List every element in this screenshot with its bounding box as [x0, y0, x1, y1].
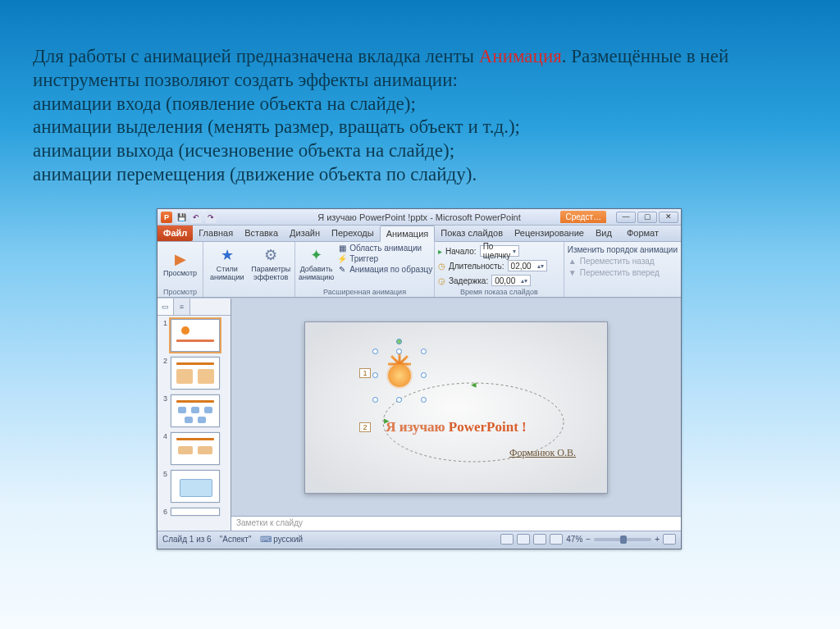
delay-icon: ◶	[438, 276, 445, 285]
qat-redo-icon[interactable]: ↷	[205, 212, 217, 223]
thumb-num: 3	[159, 394, 167, 403]
zoom-in-button[interactable]: +	[655, 535, 660, 544]
tab-view[interactable]: Вид	[590, 226, 618, 241]
intro-line1a: Для работы с анимацией предназначена вкл…	[33, 46, 479, 66]
add-animation-button[interactable]: ✦ Добавитьанимацию	[299, 244, 334, 285]
slide-canvas[interactable]: 1 2 ▸ ◂	[231, 299, 681, 516]
lang-icon: ⌨	[260, 535, 272, 544]
painter-label: Анимация по образцу	[349, 265, 432, 274]
group-preview: Просмотр	[161, 287, 199, 296]
group-reorder	[568, 287, 678, 296]
slide-author: Форманюк О.В.	[509, 447, 576, 459]
tab-review[interactable]: Рецензирование	[509, 226, 590, 241]
thumbnail-3[interactable]	[171, 394, 220, 427]
group-advanced: Расширенная анимация	[299, 287, 431, 296]
move-back-label: Переместить назад	[580, 257, 655, 266]
qat-undo-icon[interactable]: ↶	[190, 212, 202, 223]
painter-icon: ✎	[337, 265, 347, 274]
spinner-icon[interactable]: ▴▾	[537, 262, 544, 270]
thumbnail-4[interactable]	[171, 432, 220, 465]
intro-line4: анимации выхода (исчезновение объекта на…	[33, 140, 454, 161]
view-sorter-button[interactable]	[517, 534, 530, 545]
slides-tab-icon[interactable]: ▭	[158, 299, 174, 315]
tab-home[interactable]: Главная	[193, 226, 239, 241]
tab-file[interactable]: Файл	[158, 226, 193, 241]
zoom-out-button[interactable]: −	[586, 535, 591, 544]
star-icon: ★	[218, 246, 236, 264]
duration-field[interactable]: ◷ Длительность: 02,00▴▾	[438, 260, 547, 271]
start-value: По щелчку	[483, 242, 513, 260]
params-label: Параметрыэффектов	[251, 266, 290, 282]
app-logo-icon: P	[161, 212, 172, 223]
thumb-num: 4	[159, 432, 167, 440]
motion-end-icon: ◂	[471, 378, 477, 390]
tab-slideshow[interactable]: Показ слайдов	[435, 226, 509, 241]
status-lang: ⌨ русский	[260, 535, 304, 544]
outline-tab-icon[interactable]: ≡	[174, 299, 190, 315]
group-animation	[207, 287, 291, 296]
animation-styles-button[interactable]: ★ Стилианимации	[207, 244, 248, 285]
move-fwd-label: Переместить вперед	[580, 268, 660, 277]
status-lang-label: русский	[273, 535, 303, 544]
status-slide: Слайд 1 из 6	[162, 535, 212, 544]
move-back-button[interactable]: ▲Переместить назад	[568, 257, 678, 266]
intro-line2: анимации входа (появление объекта на сла…	[33, 93, 416, 114]
start-field[interactable]: ▸ Начало: По щелчку▾	[438, 245, 547, 257]
thumbnail-1[interactable]	[171, 319, 220, 352]
star-plus-icon: ✦	[308, 246, 326, 264]
thumbnail-6[interactable]	[171, 508, 220, 516]
trigger-button[interactable]: ⚡Триггер	[337, 254, 432, 263]
effect-options-button[interactable]: ⚙ Параметрыэффектов	[251, 244, 292, 285]
intro-line3: анимации выделения (менять размер, враща…	[33, 116, 520, 137]
thumb-num: 5	[159, 470, 167, 478]
spinner-icon-2[interactable]: ▴▾	[521, 277, 527, 285]
view-normal-button[interactable]	[500, 534, 514, 545]
preview-label: Просмотр	[163, 270, 197, 278]
slide: 1 2 ▸ ◂	[304, 321, 608, 494]
chevron-down-icon[interactable]: ▾	[513, 248, 516, 255]
delay-label: Задержка:	[449, 276, 488, 285]
trigger-icon: ⚡	[337, 254, 347, 263]
rotate-handle[interactable]	[396, 339, 402, 344]
thumbnail-2[interactable]	[171, 357, 220, 390]
animation-pane-button[interactable]: ▦Область анимации	[337, 244, 432, 253]
thumb-num: 6	[159, 508, 167, 516]
tab-transitions[interactable]: Переходы	[326, 226, 380, 241]
thumbnail-list: 1 2 3	[158, 316, 231, 531]
notes-pane[interactable]: Заметки к слайду	[231, 516, 681, 531]
chevron-down-icon-2: ▼	[568, 268, 578, 277]
clock-icon: ◷	[438, 262, 445, 271]
thumb-num: 1	[159, 319, 167, 327]
preview-button[interactable]: ▶ Просмотр	[161, 244, 199, 285]
minimize-button[interactable]: —	[616, 212, 636, 223]
tab-insert[interactable]: Вставка	[239, 226, 284, 241]
tab-animation[interactable]: Анимация	[380, 226, 436, 242]
status-theme: "Аспект"	[220, 535, 252, 544]
fit-button[interactable]	[663, 534, 676, 545]
title-part2: PowerPoint !	[449, 419, 527, 435]
status-bar: Слайд 1 из 6 "Аспект" ⌨ русский 47% − +	[158, 531, 681, 547]
intro-highlight: Анимация	[479, 46, 562, 66]
start-label: Начало:	[445, 247, 477, 256]
tab-format[interactable]: Формат	[621, 226, 664, 241]
sequence-tag-1[interactable]: 1	[359, 368, 371, 378]
slide-panel: ▭ ≡ 1 2 3	[158, 299, 231, 531]
thumbnail-5[interactable]	[171, 470, 220, 503]
titlebar: P 💾 ↶ ↷ Я изучаю PowerPoint !pptx - Micr…	[158, 209, 681, 226]
sun-shape[interactable]	[379, 355, 420, 396]
maximize-button[interactable]: ▢	[637, 212, 657, 223]
animation-painter-button[interactable]: ✎Анимация по образцу	[337, 265, 432, 274]
ribbon-tabs: Файл Главная Вставка Дизайн Переходы Ани…	[158, 226, 681, 242]
slide-title: Я изучаю PowerPoint !	[305, 419, 607, 435]
move-forward-button[interactable]: ▼Переместить вперед	[568, 268, 678, 277]
add-label: Добавитьанимацию	[299, 266, 334, 282]
workspace: ▭ ≡ 1 2 3	[158, 298, 681, 531]
zoom-slider[interactable]	[594, 538, 651, 541]
view-reading-button[interactable]	[533, 534, 546, 545]
view-slideshow-button[interactable]	[550, 534, 563, 545]
tab-design[interactable]: Дизайн	[284, 226, 326, 241]
qat-save-icon[interactable]: 💾	[176, 212, 187, 223]
close-button[interactable]: ✕	[659, 212, 678, 223]
delay-field[interactable]: ◶ Задержка: 00,00▴▾	[438, 275, 547, 286]
selection-handles[interactable]	[376, 352, 423, 399]
